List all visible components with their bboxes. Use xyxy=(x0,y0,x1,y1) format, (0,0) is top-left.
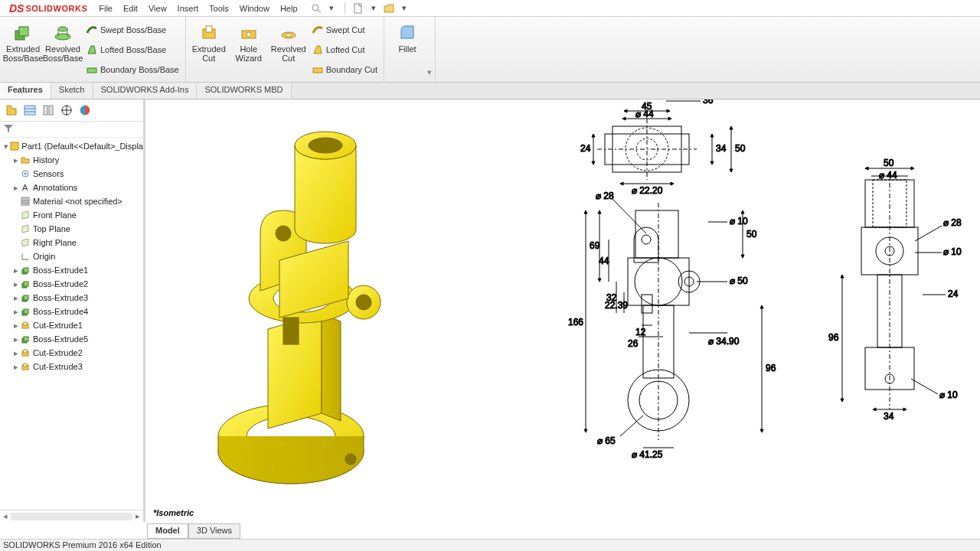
svg-rect-46 xyxy=(24,350,27,353)
annotations-icon: A xyxy=(20,182,31,193)
tree-item-bossextrude3[interactable]: ▸Boss-Extrude3 xyxy=(0,291,143,305)
origin-icon xyxy=(20,251,31,262)
extruded-cut-icon xyxy=(198,21,220,43)
svg-point-56 xyxy=(356,295,371,310)
extruded-cut-button[interactable]: Extruded Cut xyxy=(189,18,229,80)
tree-item-cutextrude1[interactable]: ▸Cut-Extrude1 xyxy=(0,318,143,332)
svg-line-135 xyxy=(915,226,942,241)
dropdown-icon[interactable]: ▾ xyxy=(427,67,432,77)
svg-text:⌀ 41.25: ⌀ 41.25 xyxy=(632,449,663,460)
revolved-boss-button[interactable]: Revolved Boss/Base xyxy=(43,18,83,80)
menu-view[interactable]: View xyxy=(143,4,172,13)
dropdown-icon[interactable]: ▾ xyxy=(325,2,338,15)
svg-rect-4 xyxy=(19,27,28,36)
revolved-cut-button[interactable]: Revolved Cut xyxy=(269,18,309,80)
material-icon xyxy=(20,196,31,207)
dropdown-icon[interactable]: ▾ xyxy=(397,2,411,15)
swept-boss-button[interactable]: Swept Boss/Base xyxy=(83,20,182,40)
tab-mbd[interactable]: SOLIDWORKS MBD xyxy=(197,83,291,99)
svg-rect-7 xyxy=(87,68,96,73)
tab-sketch[interactable]: Sketch xyxy=(51,83,93,99)
svg-text:⌀ 28: ⌀ 28 xyxy=(943,217,962,228)
boundary-cut-icon xyxy=(312,64,324,76)
tree-item-bossextrude1[interactable]: ▸Boss-Extrude1 xyxy=(0,263,143,277)
dimxpert-icon[interactable] xyxy=(58,102,75,119)
panel-scrollbar[interactable]: ◂ ▸ xyxy=(0,510,143,522)
tree-item-annotations[interactable]: ▸AAnnotations xyxy=(0,181,143,194)
swept-icon xyxy=(86,24,98,36)
tree-item-bossextrude5[interactable]: ▸Boss-Extrude5 xyxy=(0,332,143,346)
tree-root[interactable]: ▾Part1 (Default<<Default>_Displa xyxy=(0,139,143,153)
menu-edit[interactable]: Edit xyxy=(118,4,143,13)
svg-rect-38 xyxy=(24,295,28,300)
svg-rect-18 xyxy=(44,106,47,115)
menu-file[interactable]: File xyxy=(93,4,118,13)
tab-model[interactable]: Model xyxy=(147,523,188,539)
fillet-button[interactable]: Fillet xyxy=(387,18,427,80)
tab-addins[interactable]: SOLIDWORKS Add-Ins xyxy=(93,83,198,99)
tree-item-top-plane[interactable]: Top Plane xyxy=(0,222,143,236)
feature-tree-icon[interactable] xyxy=(3,102,20,119)
extrude-icon xyxy=(20,334,31,344)
tree-item-history[interactable]: ▸History xyxy=(0,153,143,167)
tree-item-cutextrude3[interactable]: ▸Cut-Extrude3 xyxy=(0,360,143,373)
svg-rect-15 xyxy=(24,106,35,115)
swept-cut-button[interactable]: Swept Cut xyxy=(309,20,381,40)
tree-item-right-plane[interactable]: Right Plane xyxy=(0,236,143,249)
svg-text:⌀ 65: ⌀ 65 xyxy=(597,435,616,446)
new-doc-icon[interactable] xyxy=(351,2,365,15)
revolved-boss-icon xyxy=(52,21,74,43)
tree-item-bossextrude2[interactable]: ▸Boss-Extrude2 xyxy=(0,277,143,291)
property-manager-icon[interactable] xyxy=(21,102,38,119)
svg-point-59 xyxy=(309,138,342,153)
lofted-cut-button[interactable]: Lofted Cut xyxy=(309,40,381,60)
search-icon[interactable] xyxy=(309,2,323,15)
lofted-boss-button[interactable]: Lofted Boss/Base xyxy=(83,40,182,60)
hole-wizard-button[interactable]: Hole Wizard xyxy=(229,18,269,80)
extrude-icon xyxy=(20,306,31,317)
tree-item-sensors[interactable]: Sensors xyxy=(0,167,143,181)
svg-text:69: 69 xyxy=(590,240,600,251)
tree-item-material[interactable]: Material <not specified> xyxy=(0,194,143,208)
tree-item-cutextrude2[interactable]: ▸Cut-Extrude2 xyxy=(0,346,143,360)
config-manager-icon[interactable] xyxy=(40,102,57,119)
menu-window[interactable]: Window xyxy=(234,4,275,13)
boundary-boss-button[interactable]: Boundary Boss/Base xyxy=(83,60,182,80)
extrude-icon xyxy=(20,292,31,303)
tab-3dviews[interactable]: 3D Views xyxy=(188,523,240,539)
model-3d-preview xyxy=(168,99,444,513)
extruded-boss-button[interactable]: Extruded Boss/Base xyxy=(3,18,43,80)
lofted-icon xyxy=(86,44,98,56)
tree-item-front-plane[interactable]: Front Plane xyxy=(0,208,143,222)
svg-line-1 xyxy=(318,10,321,13)
svg-line-114 xyxy=(620,416,643,436)
sensors-icon xyxy=(20,168,31,179)
display-manager-icon[interactable] xyxy=(77,102,93,119)
tree-item-origin[interactable]: Origin xyxy=(0,249,143,263)
plane-icon xyxy=(20,223,31,234)
tree-filter[interactable] xyxy=(0,122,143,138)
svg-rect-48 xyxy=(24,364,27,367)
svg-text:34: 34 xyxy=(716,143,727,154)
scroll-left-icon[interactable]: ◂ xyxy=(0,511,11,521)
svg-point-82 xyxy=(642,235,651,244)
lofted-cut-icon xyxy=(312,44,324,56)
boundary-cut-button[interactable]: Boundary Cut xyxy=(309,60,381,80)
menu-help[interactable]: Help xyxy=(275,4,303,13)
svg-text:50: 50 xyxy=(735,143,746,154)
open-doc-icon[interactable] xyxy=(382,2,396,15)
svg-point-13 xyxy=(286,34,292,37)
tab-features[interactable]: Features xyxy=(0,83,51,99)
scroll-right-icon[interactable]: ▸ xyxy=(132,511,143,521)
dropdown-icon[interactable]: ▾ xyxy=(367,2,381,15)
svg-text:26: 26 xyxy=(628,338,639,349)
label: Extruded Cut xyxy=(189,44,229,63)
cut-icon xyxy=(20,361,31,372)
menu-insert[interactable]: Insert xyxy=(172,4,204,13)
menu-tools[interactable]: Tools xyxy=(204,4,234,13)
svg-rect-44 xyxy=(24,337,28,341)
svg-rect-28 xyxy=(21,197,29,205)
tree-item-bossextrude4[interactable]: ▸Boss-Extrude4 xyxy=(0,305,143,318)
extrude-icon xyxy=(20,265,31,276)
svg-point-57 xyxy=(276,226,291,241)
